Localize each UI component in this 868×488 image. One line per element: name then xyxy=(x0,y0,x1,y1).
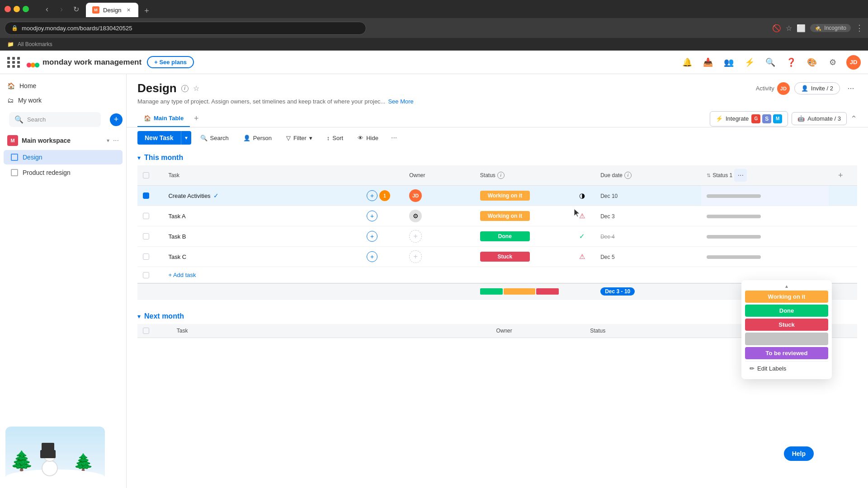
row-4-add-person-icon[interactable]: + xyxy=(367,251,377,262)
minimize-btn[interactable] xyxy=(14,6,20,12)
status1-menu-btn[interactable]: ··· xyxy=(734,169,747,182)
row-2-add-person-icon[interactable]: + xyxy=(367,211,377,221)
help-button[interactable]: Help xyxy=(784,446,814,461)
row-3-status-pill[interactable]: Done xyxy=(480,231,530,241)
maximize-btn[interactable] xyxy=(23,6,29,12)
workspace-header[interactable]: M Main workspace ▾ ··· xyxy=(0,131,126,150)
row-1-notification-badge: 1 xyxy=(379,190,390,201)
people-icon[interactable]: 👥 xyxy=(722,55,736,70)
row-2-status1-cell[interactable] xyxy=(701,206,829,226)
row-1-checkbox[interactable] xyxy=(143,192,149,199)
row-4-status-pill[interactable]: Stuck xyxy=(480,252,530,262)
tab-close-btn[interactable]: ✕ xyxy=(125,6,132,14)
row-4-status1-pill[interactable] xyxy=(707,255,761,259)
status-option-done[interactable]: Done xyxy=(745,305,828,317)
invite-button[interactable]: 👤 Invite / 2 xyxy=(794,82,840,94)
status-info-icon[interactable]: i xyxy=(497,172,505,179)
filter-button[interactable]: ▽ Filter ▾ xyxy=(281,132,318,144)
row-1-status1-pill[interactable] xyxy=(707,194,761,198)
row-3-status-cell[interactable]: Done xyxy=(475,226,574,247)
status-option-empty[interactable] xyxy=(745,333,828,345)
search-button[interactable]: 🔍 Search xyxy=(195,132,234,144)
see-plans-button[interactable]: + See plans xyxy=(147,56,194,68)
sidebar-item-product-redesign[interactable]: Product redesign xyxy=(4,165,123,180)
collapse-btn[interactable]: ⌃ xyxy=(850,114,857,124)
row-1-status-cell[interactable]: Working on it xyxy=(475,186,574,206)
split-view-icon[interactable]: ⬜ xyxy=(797,24,806,33)
status-option-stuck[interactable]: Stuck xyxy=(745,319,828,331)
help-icon[interactable]: ❓ xyxy=(784,55,798,70)
row-2-checkbox[interactable] xyxy=(143,213,149,219)
next-month-title[interactable]: Next month xyxy=(144,312,184,320)
col-header-task: Task xyxy=(163,165,361,186)
integrations-icon[interactable]: ⚡ xyxy=(742,55,757,70)
user-avatar[interactable]: JD xyxy=(846,55,861,70)
integrate-button[interactable]: ⚡ Integrate G S M xyxy=(710,111,788,127)
row-4-owner-placeholder[interactable]: + xyxy=(409,250,422,263)
board-more-btn[interactable]: ··· xyxy=(844,82,857,95)
add-tab-button[interactable]: + xyxy=(190,113,203,125)
row-3-status1-cell[interactable] xyxy=(701,226,829,247)
automate-button[interactable]: 🤖 Automate / 3 xyxy=(792,112,847,125)
summary-addcol-cell xyxy=(829,283,857,300)
board-star-icon[interactable]: ☆ xyxy=(193,84,199,93)
row-4-status-cell[interactable]: Stuck xyxy=(475,247,574,267)
row-3-checkbox[interactable] xyxy=(143,233,149,239)
row-2-status-cell[interactable]: Working on it xyxy=(475,206,574,226)
toolbar-more-btn[interactable]: ··· xyxy=(387,131,401,145)
row-3-owner-placeholder[interactable]: + xyxy=(409,230,422,243)
palette-icon[interactable]: 🎨 xyxy=(805,55,819,70)
sidebar-search-box[interactable]: 🔍 Search xyxy=(9,112,101,127)
next-month-chevron-icon[interactable]: ▾ xyxy=(137,313,141,320)
settings-icon[interactable]: ⚙ xyxy=(826,55,840,70)
back-btn[interactable]: ‹ xyxy=(41,3,53,15)
sidebar-add-button[interactable]: + xyxy=(110,113,123,126)
menu-dots-icon[interactable]: ⋮ xyxy=(855,23,863,33)
row-1-status1-cell[interactable] xyxy=(701,186,829,206)
person-button[interactable]: 👤 Person xyxy=(238,132,277,144)
add-task-checkbox[interactable] xyxy=(143,272,149,278)
inbox-icon[interactable]: 📥 xyxy=(701,55,715,70)
row-3-add-person-icon[interactable]: + xyxy=(367,231,377,242)
reload-btn[interactable]: ↻ xyxy=(70,3,82,15)
hide-button[interactable]: 👁 Hide xyxy=(352,132,384,144)
see-more-link[interactable]: See More xyxy=(388,98,413,105)
new-task-button[interactable]: New Task xyxy=(137,131,181,145)
status-option-working[interactable]: Working on it xyxy=(745,291,828,303)
row-1-status-pill[interactable]: Working on it xyxy=(480,191,530,201)
group-chevron-icon[interactable]: ▾ xyxy=(137,154,141,161)
row-3-status1-pill[interactable] xyxy=(707,235,761,239)
row-4-status1-cell[interactable] xyxy=(701,247,829,267)
search-global-icon[interactable]: 🔍 xyxy=(763,55,778,70)
browser-chrome: ‹ › ↻ M Design ✕ + 🔒 moodjoy.monday.com/… xyxy=(0,0,868,51)
row-2-status-pill[interactable]: Working on it xyxy=(480,211,530,221)
duedate-info-icon[interactable]: i xyxy=(624,172,632,179)
new-tab-btn[interactable]: + xyxy=(140,5,153,17)
close-btn[interactable] xyxy=(5,6,11,12)
board-info-icon[interactable]: i xyxy=(181,85,189,92)
row-3-task-name: Task B xyxy=(168,233,186,240)
row-2-status1-pill[interactable] xyxy=(707,215,761,218)
home-label: Home xyxy=(19,82,36,89)
sidebar-item-my-work[interactable]: 🗂 My work xyxy=(0,93,126,108)
this-month-title[interactable]: This month xyxy=(144,154,183,162)
new-task-dropdown-btn[interactable]: ▾ xyxy=(181,131,191,145)
nm-header-checkbox[interactable] xyxy=(143,328,149,334)
row-4-checkbox[interactable] xyxy=(143,253,149,260)
active-tab[interactable]: M Design ✕ xyxy=(86,3,138,17)
star-bookmark-icon[interactable]: ☆ xyxy=(786,24,792,33)
apps-icon-wrapper[interactable] xyxy=(7,57,21,68)
url-input[interactable]: 🔒 moodjoy.monday.com/boards/1830420525 xyxy=(5,22,366,35)
tab-main-table[interactable]: 🏠 Main Table xyxy=(137,110,190,127)
row-1-add-person-icon[interactable]: + xyxy=(367,190,377,201)
header-checkbox[interactable] xyxy=(143,172,149,178)
workspace-more-icon[interactable]: ··· xyxy=(113,136,119,145)
status-option-review[interactable]: To be reviewed xyxy=(745,347,828,359)
sort-button[interactable]: ↕ Sort xyxy=(321,132,349,144)
add-column-btn[interactable]: + xyxy=(834,169,847,182)
sidebar-item-design[interactable]: Design xyxy=(4,150,123,164)
forward-btn[interactable]: › xyxy=(55,3,68,15)
notification-icon[interactable]: 🔔 xyxy=(680,55,694,70)
sidebar-item-home[interactable]: 🏠 Home xyxy=(0,79,126,93)
edit-labels-btn[interactable]: ✏ Edit Labels xyxy=(745,361,828,375)
